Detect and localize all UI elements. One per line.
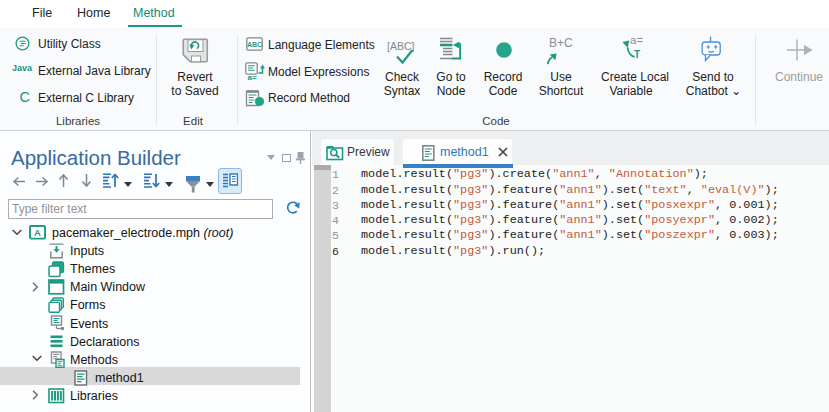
svg-text:ABC: ABC: [247, 41, 262, 48]
svg-text:A: A: [34, 227, 41, 238]
svg-text:T: T: [634, 49, 640, 59]
svg-text:a=: a=: [248, 73, 257, 81]
